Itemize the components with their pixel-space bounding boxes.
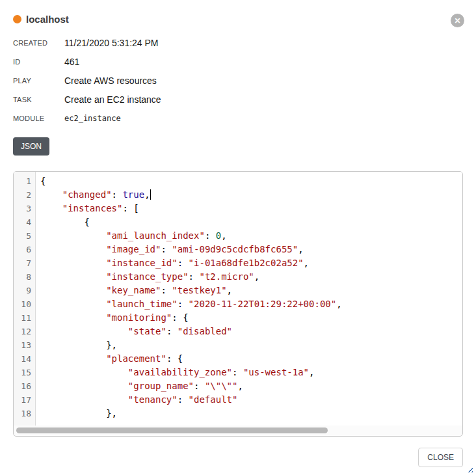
host-status-icon: [13, 15, 21, 23]
code-token: [40, 285, 106, 295]
code-token: :: [161, 244, 172, 254]
code-token: :: [194, 381, 205, 391]
horizontal-scrollbar[interactable]: [16, 428, 460, 433]
code-token: : {: [172, 312, 188, 323]
code-line: "availability_zone": "us-west-1a",: [40, 366, 462, 379]
code-token: : {: [166, 353, 183, 364]
detail-value: 11/21/2020 5:31:24 PM: [64, 38, 159, 48]
code-token: :: [178, 299, 189, 309]
code-token: "testkey1": [172, 285, 226, 295]
code-token: "i-01a68dfe1b2c02a52": [189, 258, 304, 268]
text-cursor: [150, 189, 151, 200]
code-token: ,: [254, 271, 259, 282]
code-token: :: [161, 285, 172, 295]
detail-value: 461: [64, 57, 79, 67]
close-button[interactable]: CLOSE: [418, 448, 463, 467]
host-title: localhost: [26, 14, 69, 25]
detail-value: Create AWS resources: [64, 75, 157, 86]
code-token: [40, 203, 62, 213]
scrollbar-thumb[interactable]: [16, 428, 328, 433]
code-token: [40, 326, 128, 336]
code-token: },: [40, 408, 117, 418]
json-code-editor[interactable]: 123456789101112131415161718 { "changed":…: [13, 171, 463, 437]
line-number: 12: [14, 325, 35, 338]
code-line: "changed": true,: [40, 188, 462, 202]
line-number: 5: [14, 229, 35, 243]
line-number: 8: [14, 270, 35, 284]
code-token: "t2.micro": [199, 271, 254, 282]
line-number: 2: [14, 188, 35, 202]
code-token: :: [112, 189, 123, 200]
line-number: 17: [14, 393, 35, 407]
code-line: "ami_launch_index": 0,: [40, 229, 462, 243]
code-token: ,: [237, 381, 243, 391]
line-number: 18: [14, 407, 35, 420]
code-token: [40, 230, 106, 241]
code-line: },: [40, 407, 462, 420]
code-token: "instances": [62, 203, 123, 213]
code-line: "image_id": "ami-09d9c5cdcfb8fc655",: [40, 243, 462, 256]
line-number: 10: [14, 297, 35, 311]
code-token: :: [178, 394, 189, 405]
code-token: "launch_time": [106, 299, 178, 309]
code-token: :: [178, 258, 189, 268]
code-token: :: [166, 326, 178, 336]
json-toggle-button[interactable]: JSON: [13, 137, 49, 156]
code-token: "\"\"": [205, 381, 238, 391]
code-line: "group_name": "\"\"",: [40, 379, 462, 393]
code-token: [40, 271, 106, 282]
line-number: 13: [14, 338, 35, 352]
code-token: : [: [122, 203, 139, 213]
line-number: 15: [14, 366, 35, 379]
detail-label: PLAY: [13, 77, 64, 85]
code-line: "instance_id": "i-01a68dfe1b2c02a52",: [40, 256, 462, 270]
line-number: 7: [14, 256, 35, 270]
code-token: "2020-11-22T01:29:22+00:00": [189, 299, 337, 309]
code-token: "image_id": [106, 244, 161, 254]
code-token: "key_name": [106, 285, 161, 295]
code-token: "ami_launch_index": [106, 230, 205, 241]
code-token: "state": [128, 326, 166, 336]
detail-value: ec2_instance: [64, 114, 121, 123]
code-token: "changed": [62, 189, 112, 200]
detail-row-play: PLAY Create AWS resources: [13, 75, 463, 86]
detail-row-task: TASK Create an EC2 instance: [13, 94, 463, 105]
code-token: "placement": [106, 353, 166, 364]
code-token: ,: [221, 230, 226, 241]
code-line: {: [40, 215, 462, 229]
code-token: "disabled": [178, 326, 232, 336]
code-token: [40, 299, 106, 309]
code-line: "instances": [: [40, 202, 462, 215]
view-toolbar: JSON: [13, 137, 463, 156]
code-token: "default": [189, 394, 238, 405]
code-token: 0: [216, 230, 221, 241]
code-line: "instance_type": "t2.micro",: [40, 270, 462, 284]
line-number: 14: [14, 352, 35, 366]
line-number: 3: [14, 202, 35, 215]
code-token: },: [40, 340, 117, 350]
code-line: "placement": {: [40, 352, 462, 366]
code-token: ,: [309, 367, 314, 377]
code-token: ,: [298, 244, 303, 254]
code-line: "key_name": "testkey1",: [40, 284, 462, 297]
detail-label: CREATED: [13, 39, 64, 47]
close-icon[interactable]: ✕: [451, 14, 464, 27]
code-token: [40, 258, 106, 268]
line-number: 16: [14, 379, 35, 393]
detail-value: Create an EC2 instance: [64, 94, 161, 105]
editor-gutter: 123456789101112131415161718: [14, 172, 36, 426]
line-number: 9: [14, 284, 35, 297]
code-token: "monitoring": [106, 312, 172, 323]
host-event-modal: localhost ✕ CREATED 11/21/2020 5:31:24 P…: [0, 0, 476, 475]
code-token: :: [232, 367, 243, 377]
code-token: {: [40, 217, 90, 227]
line-number: 4: [14, 215, 35, 229]
code-token: "group_name": [128, 381, 194, 391]
code-token: [40, 367, 128, 377]
detail-row-id: ID 461: [13, 57, 463, 67]
code-token: [40, 189, 62, 200]
editor-body: 123456789101112131415161718 { "changed":…: [14, 172, 462, 426]
editor-code: { "changed": true, "instances": [ { "ami…: [36, 172, 462, 426]
code-token: [40, 353, 106, 364]
code-token: [40, 381, 128, 391]
